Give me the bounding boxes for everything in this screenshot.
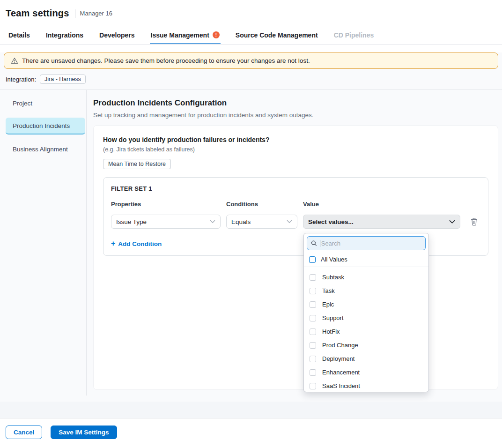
- checkbox-icon[interactable]: [310, 315, 316, 321]
- page-title: Team settings: [6, 8, 69, 19]
- value-multiselect[interactable]: Select values...: [303, 215, 460, 229]
- checkbox-all-values[interactable]: [309, 256, 316, 263]
- content-area: Project Production Incidents Business Al…: [0, 90, 502, 396]
- add-condition-button[interactable]: + Add Condition: [111, 240, 162, 247]
- filter-condition-row: Issue Type Equals Select values...: [111, 215, 480, 229]
- chevron-down-icon: [449, 220, 455, 224]
- option-hotfix[interactable]: HotFix: [304, 325, 428, 338]
- column-header-conditions: Conditions: [226, 201, 297, 208]
- sidebar-item-project[interactable]: Project: [0, 95, 86, 112]
- team-name-label: Manager 16: [80, 10, 112, 17]
- cancel-button[interactable]: Cancel: [6, 426, 42, 439]
- tab-issue-management[interactable]: Issue Management !: [150, 27, 221, 44]
- footer-action-bar: Cancel Save IM Settings: [0, 418, 502, 446]
- chevron-down-icon: [287, 220, 292, 224]
- tab-details[interactable]: Details: [7, 27, 31, 44]
- page-header: Team settings Manager 16: [0, 0, 502, 27]
- chevron-down-icon: [210, 220, 215, 224]
- conditions-select[interactable]: Equals: [226, 215, 297, 229]
- tab-cd-pipelines: CD Pipelines: [333, 27, 375, 44]
- section-title: Production Incidents Configuration: [93, 98, 498, 108]
- question-heading: How do you identify production failures …: [103, 136, 488, 143]
- warning-triangle-icon: [11, 57, 18, 64]
- tab-source-code-management[interactable]: Source Code Management: [235, 27, 319, 44]
- checkbox-icon[interactable]: [310, 301, 316, 308]
- option-task[interactable]: Task: [304, 284, 428, 298]
- main-panel: Production Incidents Configuration Set u…: [87, 90, 502, 396]
- filter-set-box: FILTER SET 1 Properties Conditions Value…: [103, 177, 488, 256]
- checkbox-icon[interactable]: [310, 288, 316, 294]
- option-all-values[interactable]: All Values: [304, 253, 428, 267]
- checkbox-icon[interactable]: [310, 274, 316, 281]
- question-hint: (e.g. Jira tickets labeled as failures): [103, 146, 488, 153]
- tab-developers[interactable]: Developers: [98, 27, 135, 44]
- value-select-placeholder: Select values...: [308, 218, 354, 225]
- delete-condition-button[interactable]: [471, 218, 478, 226]
- settings-sidebar: Project Production Incidents Business Al…: [0, 90, 87, 396]
- checkbox-icon[interactable]: [310, 369, 316, 376]
- option-epic[interactable]: Epic: [304, 298, 428, 311]
- checkbox-icon[interactable]: [310, 356, 316, 362]
- properties-select[interactable]: Issue Type: [111, 215, 221, 229]
- dropdown-options-list: Subtask Task Epic Support HotFix Prod Ch…: [304, 267, 428, 392]
- filter-set-title: FILTER SET 1: [111, 185, 480, 192]
- tab-integrations[interactable]: Integrations: [45, 27, 84, 44]
- option-enhancement[interactable]: Enhancement: [304, 366, 428, 379]
- checkbox-icon[interactable]: [310, 383, 316, 389]
- option-saas-incident[interactable]: SaaS Incident: [304, 379, 428, 392]
- search-icon: [311, 240, 317, 246]
- integration-row: Integration: Jira - Harness: [6, 75, 502, 84]
- option-subtask[interactable]: Subtask: [304, 270, 428, 284]
- title-divider: [75, 9, 75, 18]
- unsaved-warning-badge-icon: !: [213, 31, 220, 38]
- banner-text: There are unsaved changes. Please save t…: [22, 57, 310, 64]
- unsaved-changes-banner: There are unsaved changes. Please save t…: [4, 52, 498, 69]
- page-body: There are unsaved changes. Please save t…: [0, 52, 502, 418]
- footer-band: [0, 402, 502, 418]
- checkbox-icon[interactable]: [310, 342, 316, 349]
- integration-chip[interactable]: Jira - Harness: [40, 75, 86, 84]
- section-subtitle: Set up tracking and management for produ…: [93, 112, 498, 119]
- dropdown-search-box[interactable]: [307, 236, 426, 250]
- conditions-select-value: Equals: [231, 218, 251, 225]
- sidebar-item-business-alignment[interactable]: Business Alignment: [0, 141, 86, 157]
- metric-chip-mean-time-to-restore[interactable]: Mean Time to Restore: [103, 159, 171, 169]
- checkbox-icon[interactable]: [310, 329, 316, 335]
- column-header-value: Value: [303, 201, 460, 208]
- filter-column-headers: Properties Conditions Value: [111, 201, 480, 208]
- option-support[interactable]: Support: [304, 311, 428, 325]
- properties-select-value: Issue Type: [116, 218, 147, 225]
- footer-spacer: [0, 396, 502, 402]
- column-header-properties: Properties: [111, 201, 221, 208]
- save-im-settings-button[interactable]: Save IM Settings: [51, 426, 117, 439]
- option-prod-change[interactable]: Prod Change: [304, 338, 428, 352]
- plus-icon: +: [111, 240, 115, 247]
- value-dropdown-panel: All Values Subtask Task Epic Support Hot…: [303, 233, 429, 392]
- option-label: All Values: [321, 256, 347, 263]
- trash-icon: [471, 218, 478, 226]
- option-deployment[interactable]: Deployment: [304, 352, 428, 366]
- search-input[interactable]: [321, 240, 421, 247]
- text-caret: [320, 240, 320, 247]
- integration-label: Integration:: [6, 76, 36, 83]
- sidebar-item-production-incidents[interactable]: Production Incidents: [6, 118, 85, 134]
- tab-bar: Details Integrations Developers Issue Ma…: [0, 27, 502, 45]
- add-condition-label: Add Condition: [118, 240, 162, 247]
- configuration-card: How do you identify production failures …: [93, 125, 498, 390]
